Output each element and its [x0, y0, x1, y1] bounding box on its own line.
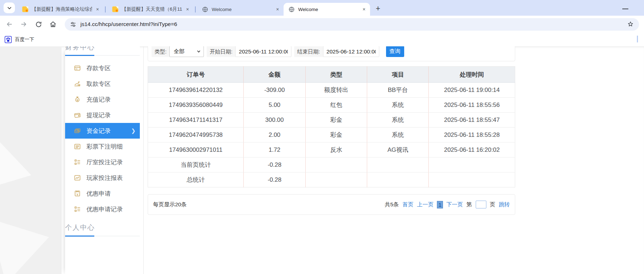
prev-page-link[interactable]: 上一页 [417, 201, 434, 208]
table-cell: 1749634171141317 [148, 113, 244, 128]
main-content: 类型: 全部 开始日期: 结束日期: 查询 订单号金额类型项目处理时间 [148, 46, 515, 274]
sidebar-menu: 存款专区❯取款专区❯充值记录❯提现记录❯资金记录❯彩票下注明细❯厅室投注记录❯玩… [65, 60, 140, 217]
table-row: 17496393560804495.00红包系统2025-06-11 18:55… [148, 98, 515, 113]
bookmark-baidu[interactable]: 百度一下 [5, 36, 34, 43]
next-page-link[interactable]: 下一页 [447, 201, 463, 208]
chevron-right-icon: ❯ [131, 128, 136, 134]
sidebar-item-card[interactable]: 存款专区❯ [65, 60, 140, 76]
reload-button[interactable] [34, 20, 43, 29]
forward-button[interactable] [20, 20, 28, 29]
tab-search-button[interactable] [4, 2, 15, 13]
table-cell: -309.00 [244, 83, 305, 98]
browser-tab[interactable]: Welcome× [197, 3, 284, 16]
sidebar-item-banknotes[interactable]: 资金记录❯ [65, 123, 140, 139]
sidebar-item-wallet[interactable]: 提现记录❯ [65, 107, 140, 123]
table-cell: 彩金 [305, 113, 367, 128]
jump-button[interactable]: 跳转 [499, 201, 510, 208]
table-cell [429, 172, 515, 187]
table-cell: -0.28 [244, 157, 305, 172]
type-select-value: 全部 [174, 48, 184, 55]
browser-tab[interactable]: 【新提醒】天天竞猜（6月11日× [107, 3, 194, 16]
table-row: 当前页统计-0.28 [148, 157, 515, 172]
start-date-input[interactable] [235, 46, 291, 57]
records-table: 订单号金额类型项目处理时间 1749639614220132-309.00额度转… [148, 66, 515, 187]
table-cell [367, 172, 429, 187]
table-cell: 2025-06-11 18:55:47 [429, 113, 515, 128]
column-header: 类型 [305, 67, 367, 83]
home-button[interactable] [49, 20, 57, 29]
back-button[interactable] [5, 20, 14, 29]
sidebar-section-personal: 个人中心 [65, 223, 140, 232]
table-row: 17496204749957382.00彩金系统2025-06-11 18:55… [148, 128, 515, 143]
coupon-icon [74, 190, 81, 197]
new-tab-button[interactable]: + [376, 5, 380, 12]
minimize-button[interactable] [622, 9, 628, 9]
forum-favicon-icon [112, 6, 118, 12]
sidebar-item-label: 取款专区 [86, 80, 111, 88]
sidebar-section-finance: 财务中心 [65, 46, 140, 52]
window-controls [622, 4, 628, 11]
baidu-paw-icon [5, 36, 12, 43]
sidebar-item-label: 提现记录 [86, 111, 111, 119]
tree-list-icon [74, 159, 81, 166]
table-row: 17496300029710111.72反水AG视讯2025-06-11 16:… [148, 143, 515, 157]
card-icon [74, 64, 81, 72]
table-cell: 1749639356080449 [148, 98, 244, 113]
first-page-link[interactable]: 首页 [402, 201, 413, 208]
section-underline [65, 236, 140, 237]
table-cell: 1749620474995738 [148, 128, 244, 143]
page-jump-input[interactable] [476, 201, 486, 208]
tab-close-icon[interactable]: × [184, 6, 191, 12]
table-cell [305, 172, 367, 187]
table-row: 1749634171141317300.00彩金系统2025-06-11 18:… [148, 113, 515, 128]
sidebar-item-money-bag[interactable]: 充值记录❯ [65, 92, 140, 107]
table-cell: BB平台 [367, 83, 429, 98]
sidebar-item-label: 厅室投注记录 [86, 158, 123, 166]
table-row: 总统计-0.28 [148, 172, 515, 187]
web-page: 财务中心 存款专区❯取款专区❯充值记录❯提现记录❯资金记录❯彩票下注明细❯厅室投… [0, 46, 644, 274]
table-cell: 反水 [305, 143, 367, 157]
pager-controls: 共5条 首页 上一页 1 下一页 第 页 跳转 [385, 201, 510, 208]
sidebar-item-label: 充值记录 [86, 95, 111, 104]
bookmark-label: 百度一下 [15, 36, 34, 43]
table-cell: 2025-06-11 18:55:28 [429, 128, 515, 143]
list-icon [74, 143, 81, 150]
jump-prefix-label: 第 [466, 201, 472, 208]
sidebar-item-list[interactable]: 彩票下注明细❯ [65, 139, 140, 154]
table-cell [305, 157, 367, 172]
tab-close-icon[interactable]: × [94, 6, 101, 12]
table-row: 1749639614220132-309.00额度转出BB平台2025-06-1… [148, 83, 515, 98]
table-cell: 2.00 [244, 128, 305, 143]
tab-title: 【新提醒】天天竞猜（6月11日 [122, 6, 182, 12]
search-button[interactable]: 查询 [386, 46, 404, 57]
table-cell: 系统 [367, 98, 429, 113]
table-cell: 2025-06-11 19:00:14 [429, 83, 515, 98]
browser-tab[interactable]: 【新提醒】海燕策略论坛综合交× [17, 3, 104, 16]
url-text[interactable]: js14.cc/hhcp/usercenter.html?iniType=6 [80, 21, 177, 27]
sidebar-item-hand-coin[interactable]: 取款专区❯ [65, 76, 140, 92]
table-cell: AG视讯 [367, 143, 429, 157]
end-date-input[interactable] [323, 46, 379, 57]
section-underline [65, 55, 140, 56]
table-cell [429, 157, 515, 172]
tab-close-icon[interactable]: × [274, 6, 281, 12]
page-size-text: 每页显示20条 [153, 201, 187, 208]
sidebar-item-tree-list[interactable]: 优惠申请记录❯ [65, 201, 140, 217]
type-select[interactable]: 全部 [169, 46, 204, 57]
jump-suffix-label: 页 [490, 201, 496, 208]
sidebar-item-coupon[interactable]: 优惠申请❯ [65, 186, 140, 201]
money-bag-icon [74, 96, 81, 103]
address-bar[interactable]: js14.cc/hhcp/usercenter.html?iniType=6 [65, 18, 639, 31]
browser-tab[interactable]: Welcome× [284, 3, 370, 16]
table-cell: 1.72 [244, 143, 305, 157]
sidebar-item-tree-list[interactable]: 厅室投注记录❯ [65, 154, 140, 170]
pagination-bar: 每页显示20条 共5条 首页 上一页 1 下一页 第 页 跳转 [148, 194, 515, 215]
tab-close-icon[interactable]: × [361, 6, 367, 12]
site-settings-icon[interactable] [70, 21, 76, 28]
bookmark-star-icon[interactable] [627, 21, 634, 28]
tab-title: Welcome [212, 7, 272, 12]
tab-bar: 【新提醒】海燕策略论坛综合交×【新提醒】天天竞猜（6月11日×Welcome×W… [0, 0, 644, 16]
table-cell: 2025-06-11 16:20:02 [429, 143, 515, 157]
chart-icon [74, 174, 81, 181]
sidebar-item-chart[interactable]: 玩家投注报表❯ [65, 170, 140, 186]
